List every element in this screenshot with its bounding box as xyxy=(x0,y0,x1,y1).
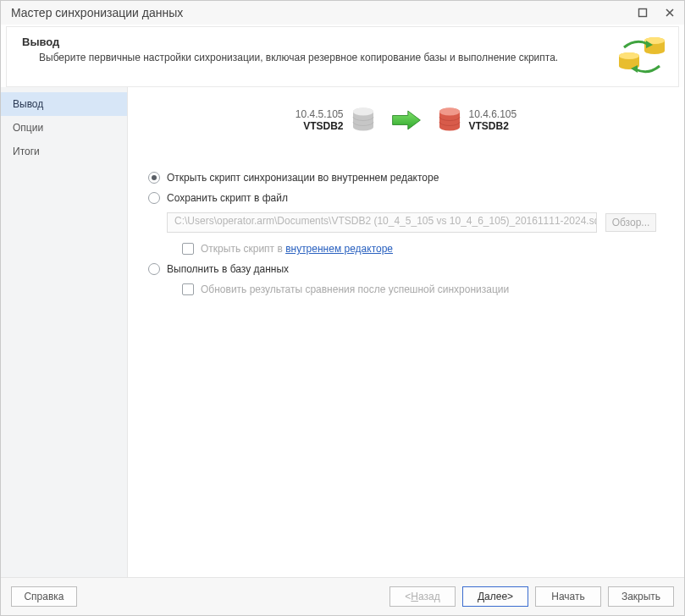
check-open-in-editor: Открыть скрипт в внутреннем редакторе xyxy=(182,243,664,255)
wizard-body: Вывод Опции Итоги 10.4.5.105 VTSDB2 xyxy=(1,87,684,577)
maximize-button[interactable] xyxy=(637,7,649,19)
sidebar-item-label: Опции xyxy=(13,122,43,134)
sidebar-item-output[interactable]: Вывод xyxy=(1,92,127,116)
checkbox-icon xyxy=(182,243,194,255)
radio-execute-db[interactable]: Выполнить в базу данных xyxy=(148,263,664,275)
svg-point-2 xyxy=(619,52,639,59)
svg-point-11 xyxy=(439,108,460,116)
check-refresh-after: Обновить результаты сравнения после успе… xyxy=(182,283,664,295)
database-red-icon xyxy=(439,107,461,133)
arrow-right-icon xyxy=(389,108,423,132)
sidebar: Вывод Опции Итоги xyxy=(1,87,128,577)
source-db: 10.4.5.105 VTSDB2 xyxy=(269,107,374,133)
source-target-panel: 10.4.5.105 VTSDB2 xyxy=(148,107,664,133)
checkbox-icon xyxy=(182,283,194,295)
target-db-name: VTSDB2 xyxy=(469,120,544,132)
browse-button: Обзор... xyxy=(605,213,656,232)
sidebar-item-options[interactable]: Опции xyxy=(1,116,127,140)
source-ip: 10.4.5.105 xyxy=(269,108,344,120)
start-button[interactable]: Начать xyxy=(535,586,601,607)
header-text: Вывод Выберите первичные настройки сихро… xyxy=(22,36,558,74)
output-options: Открыть скрипт синхронизации во внутренн… xyxy=(148,172,664,295)
sidebar-item-label: Итоги xyxy=(13,146,40,157)
radio-open-internal[interactable]: Открыть скрипт синхронизации во внутренн… xyxy=(148,172,664,184)
close-button[interactable] xyxy=(664,7,676,19)
close-wizard-button[interactable]: Закрыть xyxy=(608,586,674,607)
svg-point-8 xyxy=(353,108,373,116)
content-pane: 10.4.5.105 VTSDB2 xyxy=(128,87,684,577)
sync-db-icon xyxy=(617,36,666,74)
header-panel: Вывод Выберите первичные настройки сихро… xyxy=(6,26,679,87)
source-db-name: VTSDB2 xyxy=(269,120,344,132)
svg-marker-9 xyxy=(392,111,420,129)
footer: Справка < Назад Далее > Начать Закрыть xyxy=(1,577,684,615)
source-db-info: 10.4.5.105 VTSDB2 xyxy=(269,108,344,132)
database-grey-icon xyxy=(352,107,374,133)
target-db: 10.4.6.105 VTSDB2 xyxy=(439,107,544,133)
next-button[interactable]: Далее > xyxy=(462,586,528,607)
radio-icon xyxy=(148,263,160,275)
check-label: Обновить результаты сравнения после успе… xyxy=(201,283,509,295)
header-subtitle: Выберите первичные настройки сихронизаци… xyxy=(22,52,558,63)
file-path-input: C:\Users\operator.arm\Documents\VTSDB2 (… xyxy=(167,212,597,233)
target-db-info: 10.4.6.105 VTSDB2 xyxy=(469,108,544,132)
close-icon xyxy=(665,8,675,18)
check-label: Открыть скрипт в внутреннем редакторе xyxy=(201,243,393,255)
target-ip: 10.4.6.105 xyxy=(469,108,544,120)
help-button[interactable]: Справка xyxy=(11,586,77,607)
radio-label: Сохранить скрипт в файл xyxy=(167,192,288,204)
radio-label: Открыть скрипт синхронизации во внутренн… xyxy=(167,172,439,184)
title-bar: Мастер синхронизации данных xyxy=(1,1,684,25)
maximize-icon xyxy=(638,8,648,18)
header-title: Вывод xyxy=(22,36,558,48)
window-controls xyxy=(637,7,676,19)
svg-rect-0 xyxy=(639,9,647,17)
radio-label: Выполнить в базу данных xyxy=(167,263,289,275)
wizard-window: Мастер синхронизации данных Вывод Выбери… xyxy=(0,0,685,616)
radio-save-file[interactable]: Сохранить скрипт в файл xyxy=(148,192,664,204)
radio-icon xyxy=(148,172,160,184)
radio-icon xyxy=(148,192,160,204)
internal-editor-link: внутреннем редакторе xyxy=(285,243,393,255)
sidebar-item-label: Вывод xyxy=(13,98,43,110)
window-title: Мастер синхронизации данных xyxy=(11,6,183,19)
file-path-row: C:\Users\operator.arm\Documents\VTSDB2 (… xyxy=(167,212,664,233)
sidebar-item-summary[interactable]: Итоги xyxy=(1,140,127,163)
back-button: < Назад xyxy=(389,586,456,607)
